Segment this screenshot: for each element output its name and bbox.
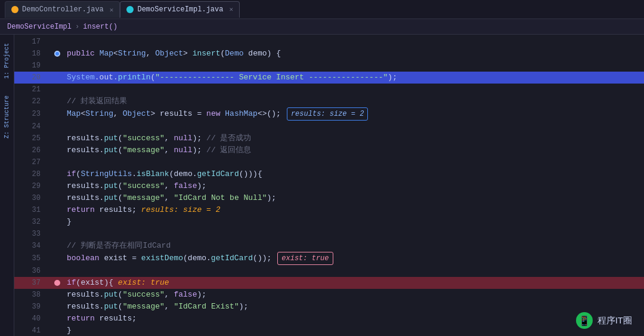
sidebar-label-structure[interactable]: Z: Structure [2,93,11,141]
breadcrumb-sep: › [75,23,79,31]
line-text: // 判断是否存在相同IdCard [67,240,644,252]
line-text: } [67,325,644,336]
line-text: public Map<String, Object> insert(Demo d… [67,48,644,60]
sidebar-vertical: 1: Project Z: Structure [0,35,14,336]
line-text: boolean exist = existDemo(demo.getIdCard… [67,252,644,265]
line-number: 25 [19,132,48,144]
code-line: 41 } [14,325,644,336]
line-number: 32 [19,216,48,228]
line-number: 33 [19,228,48,240]
line-text: // 封装返回结果 [67,95,644,107]
line-text: results.put("success", false); [67,180,644,192]
breadcrumb-bar: DemoServiceImpl › insert() [0,19,644,35]
line-number: 37 [19,277,48,289]
line-number: 29 [19,180,48,192]
code-line: 28 if(StringUtils.isBlank(demo.getIdCard… [14,168,644,180]
ide-window: DemoController.java ✕ DemoServiceImpl.ja… [0,0,644,336]
line-number: 41 [19,325,48,336]
service-icon [126,6,134,13]
tab-controller[interactable]: DemoController.java ✕ [5,1,120,18]
line-number: 23 [19,108,48,120]
code-line: 19 [14,60,644,72]
line-text: results.put("success", false); [67,289,644,301]
code-line: 17 [14,36,644,48]
code-line: 32 } [14,216,644,228]
line-text: Map<String, Object> results = new HashMa… [67,107,644,121]
code-line: 31 return results; results: size = 2 [14,204,644,216]
code-line: 39 results.put("message", "IdCard Exist"… [14,301,644,313]
watermark-text: 程序IT圈 [597,315,632,326]
line-number: 30 [19,192,48,204]
line-number: 36 [19,265,48,277]
line-text: results.put("message", "IdCard Not be Nu… [67,192,644,204]
code-line: 34 // 判断是否存在相同IdCard [14,240,644,252]
code-line: 24 [14,121,644,132]
line-number: 19 [19,60,48,72]
line-number: 31 [19,204,48,216]
line-text: return results; [67,313,644,325]
code-line: 37 if(exist){ exist: true [14,277,644,289]
watermark-icon: 📱 [576,312,593,329]
java-icon [11,6,18,13]
line-text: if(StringUtils.isBlank(demo.getIdCard())… [67,168,644,180]
code-line: 30 results.put("message", "IdCard Not be… [14,192,644,204]
code-line: 38 results.put("success", false); [14,289,644,301]
debug-execution-point [54,51,60,57]
code-area: 1718 public Map<String, Object> insert(D… [14,35,644,336]
line-number: 26 [19,144,48,156]
sidebar-label-project[interactable]: 1: Project [2,41,11,81]
line-number: 18 [19,48,48,60]
line-number: 27 [19,156,48,168]
line-text: results.put("message", "IdCard Exist"); [67,301,644,313]
code-line: 36 [14,265,644,277]
line-number: 20 [19,72,48,84]
code-line: 35 boolean exist = existDemo(demo.getIdC… [14,252,644,265]
code-line: 20 System.out.println("---------------- … [14,72,644,84]
code-line: 21 [14,84,644,95]
line-number: 35 [19,252,48,264]
line-number: 38 [19,289,48,301]
tab-service-close[interactable]: ✕ [229,5,233,13]
code-line: 22 // 封装返回结果 [14,95,644,107]
tab-bar: DemoController.java ✕ DemoServiceImpl.ja… [0,0,644,19]
code-line: 27 [14,156,644,168]
debug-hint: results: size = 2 [287,107,368,121]
line-text: if(exist){ exist: true [67,277,644,289]
code-line: 33 [14,228,644,240]
line-text: results.put("success", null); // 是否成功 [67,132,644,144]
line-number: 21 [19,84,48,95]
watermark: 📱 程序IT圈 [576,312,632,329]
tab-service-label: DemoServiceImpl.java [137,5,223,14]
line-number: 17 [19,36,48,48]
line-number: 40 [19,313,48,325]
code-line: 26 results.put("message", null); // 返回信息 [14,144,644,156]
line-text: } [67,216,644,228]
tab-service[interactable]: DemoServiceImpl.java ✕ [120,1,240,18]
tab-controller-close[interactable]: ✕ [110,6,114,14]
line-text: return results; results: size = 2 [67,204,644,216]
main-area: 1: Project Z: Structure 1718 public Map<… [0,35,644,336]
tab-controller-label: DemoController.java [22,5,104,14]
line-number: 24 [19,121,48,132]
breadcrumb-method[interactable]: insert() [83,23,117,31]
breakpoint-dot [54,280,60,286]
code-line: 40 return results; [14,313,644,325]
debug-hint: exist: true [277,252,333,265]
code-line: 18 public Map<String, Object> insert(Dem… [14,48,644,60]
line-text: System.out.println("---------------- Ser… [67,72,644,84]
line-number: 28 [19,168,48,180]
line-number: 22 [19,95,48,107]
line-number: 39 [19,301,48,313]
code-line: 23 Map<String, Object> results = new Has… [14,107,644,121]
breadcrumb-class[interactable]: DemoServiceImpl [7,23,72,31]
code-content[interactable]: 1718 public Map<String, Object> insert(D… [14,35,644,336]
code-line: 25 results.put("success", null); // 是否成功 [14,132,644,144]
line-text: results.put("message", null); // 返回信息 [67,144,644,156]
code-line: 29 results.put("success", false); [14,180,644,192]
line-number: 34 [19,240,48,252]
